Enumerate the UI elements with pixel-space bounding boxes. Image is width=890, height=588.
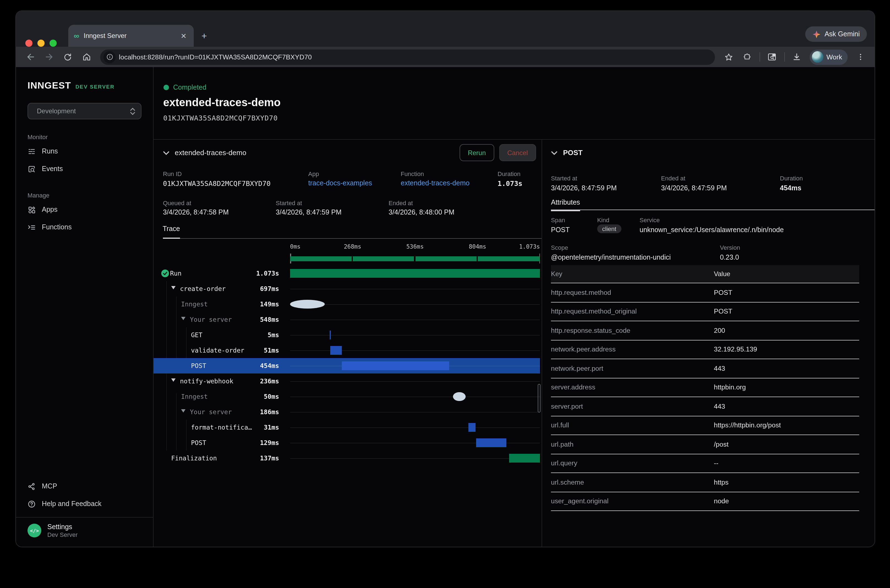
settings-entry[interactable]: </> Settings Dev Server — [16, 517, 153, 544]
meta-run-id: 01KJXTWA35SA8D2MCQF7BXYD70 — [163, 179, 271, 188]
table-row[interactable]: server.port 443 — [551, 397, 859, 416]
trace-row[interactable]: POST129ms — [153, 435, 540, 450]
table-row[interactable]: url.path /post — [551, 435, 859, 454]
side-search-button[interactable] — [765, 50, 779, 64]
trace-row[interactable]: format-notifica…31ms — [153, 420, 540, 435]
table-row[interactable]: network.peer.port 443 — [551, 359, 859, 378]
caret-down-icon[interactable] — [171, 286, 176, 290]
table-row[interactable]: url.scheme https — [551, 473, 859, 492]
sidebar-item-help[interactable]: Help and Feedback — [16, 495, 153, 513]
rerun-button[interactable]: Rerun — [460, 144, 494, 161]
timeline-minimap[interactable] — [290, 254, 540, 264]
span-bar[interactable] — [509, 454, 540, 463]
table-row[interactable]: user_agent.original node — [551, 492, 859, 511]
span-bar[interactable] — [468, 423, 475, 432]
extensions-button[interactable] — [740, 50, 754, 64]
span-duration: 149ms — [225, 300, 279, 308]
main-area: Completed extended-traces-demo 01KJXTWA3… — [153, 67, 875, 547]
span-bar[interactable] — [290, 269, 540, 278]
table-row[interactable]: http.request.method_original POST — [551, 302, 859, 321]
browser-menu-button[interactable] — [853, 50, 867, 64]
timeline-zone — [290, 389, 540, 404]
sidebar-item-events[interactable]: Events — [16, 160, 153, 178]
attr-service-value: unknown_service:/Users/alawrence/.n/bin/… — [640, 226, 784, 234]
forward-button[interactable] — [42, 50, 56, 64]
span-bar[interactable] — [290, 300, 325, 309]
attr-version-value: 0.23.0 — [720, 254, 739, 261]
close-window-button[interactable] — [25, 40, 33, 47]
sidebar-item-functions[interactable]: Functions — [16, 218, 153, 236]
minimize-window-button[interactable] — [38, 40, 45, 47]
span-bar[interactable] — [342, 362, 449, 370]
caret-down-icon[interactable] — [171, 378, 176, 382]
trace-row[interactable]: Your server186ms — [153, 404, 540, 420]
tab-trace[interactable]: Trace — [162, 225, 180, 239]
ask-gemini-button[interactable]: Ask Gemini — [805, 26, 867, 42]
back-button[interactable] — [23, 50, 38, 64]
trace-row[interactable]: Inngest149ms — [153, 297, 540, 312]
timeline-zone — [290, 281, 540, 297]
collapse-chevron-icon[interactable] — [162, 150, 169, 155]
downloads-button[interactable] — [789, 50, 804, 64]
close-tab-icon[interactable]: ✕ — [179, 32, 188, 40]
caret-down-icon[interactable] — [181, 409, 185, 412]
address-bar[interactable]: localhost:8288/run?runID=01KJXTWA35SA8D2… — [100, 49, 715, 64]
trace-row[interactable]: create-order697ms — [153, 281, 540, 297]
span-bar[interactable] — [453, 392, 465, 401]
trace-row[interactable]: GET5ms — [153, 327, 540, 343]
url-text: localhost:8288/run?runID=01KJXTWA35SA8D2… — [119, 53, 312, 61]
browser-tab[interactable]: ∞ Inngest Server ✕ — [68, 25, 194, 47]
trace-scrollbar[interactable] — [538, 384, 541, 412]
maximize-window-button[interactable] — [50, 40, 57, 47]
caret-down-icon[interactable] — [181, 317, 185, 320]
tab-title: Inngest Server — [84, 32, 179, 40]
table-row[interactable]: url.query -- — [551, 454, 859, 473]
function-link[interactable]: extended-traces-demo — [401, 179, 469, 187]
toolbar-divider — [784, 52, 785, 62]
new-tab-button[interactable]: + — [201, 31, 207, 42]
home-button[interactable] — [79, 50, 93, 64]
table-row[interactable]: url.full https://httpbin.org/post — [551, 416, 859, 435]
span-duration: 454ms — [225, 362, 279, 370]
site-info-button[interactable] — [104, 51, 116, 63]
trace-row[interactable]: Finalization137ms — [153, 450, 540, 466]
sidebar-item-label: Functions — [42, 224, 72, 231]
trace-row[interactable]: POST454ms — [153, 358, 540, 374]
bookmark-button[interactable] — [721, 50, 736, 64]
table-row[interactable]: server.address httpbin.org — [551, 378, 859, 397]
trace-row[interactable]: Your server548ms — [153, 312, 540, 327]
trace-row[interactable]: validate-order51ms — [153, 343, 540, 358]
started-at-value: 3/4/2026, 8:47:59 PM — [276, 208, 341, 216]
environment-select[interactable]: Development — [27, 103, 141, 119]
inngest-favicon-icon: ∞ — [74, 32, 79, 40]
cancel-button[interactable]: Cancel — [499, 144, 536, 161]
sidebar-item-mcp[interactable]: MCP — [16, 477, 153, 495]
span-details-panel: POST Started at 3/4/2026, 8:47:59 PM End… — [542, 140, 875, 547]
span-bar[interactable] — [330, 331, 331, 339]
table-row[interactable]: http.request.method POST — [551, 283, 859, 302]
sidebar-item-label: Help and Feedback — [42, 500, 102, 508]
reload-button[interactable] — [60, 50, 75, 64]
table-row[interactable]: network.peer.address 32.192.95.139 — [551, 340, 859, 359]
toolbar-divider — [759, 52, 760, 62]
app-link[interactable]: trace-docs-examples — [308, 179, 372, 187]
gemini-sparkle-icon — [812, 30, 821, 38]
window-controls[interactable] — [25, 40, 57, 47]
axis-tick: 804ms — [469, 243, 486, 250]
trace-row[interactable]: notify-webhook236ms — [153, 374, 540, 389]
table-row[interactable]: http.response.status_code 200 — [551, 321, 859, 340]
sidebar-item-runs[interactable]: Runs — [16, 142, 153, 160]
sidebar-item-label: Events — [42, 165, 63, 173]
tab-attributes[interactable]: Attributes — [551, 199, 580, 211]
status-badge: Completed — [173, 84, 206, 91]
profile-chip[interactable]: Work — [809, 49, 848, 64]
events-icon — [27, 165, 36, 173]
trace-row[interactable]: Run1.073s — [153, 266, 540, 281]
sidebar-item-apps[interactable]: Apps — [16, 201, 153, 218]
span-bar[interactable] — [476, 438, 507, 447]
span-bar[interactable] — [330, 346, 342, 355]
trace-row[interactable]: Inngest50ms — [153, 389, 540, 404]
collapse-chevron-icon[interactable] — [551, 150, 558, 155]
attr-value: POST — [714, 308, 859, 315]
attr-value: node — [714, 498, 859, 505]
